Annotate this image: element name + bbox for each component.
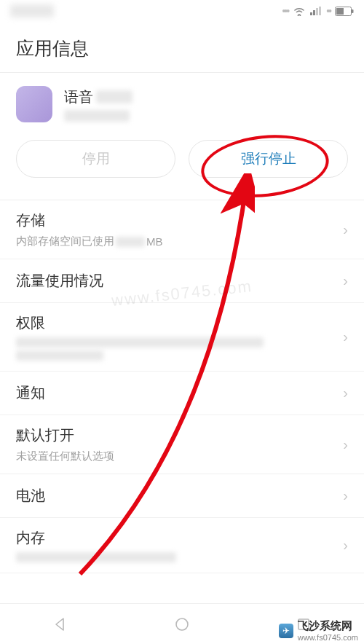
circle-home-icon	[174, 616, 190, 632]
permissions-blur1	[16, 337, 264, 347]
battery-row[interactable]: 电池 ›	[0, 474, 364, 518]
memory-subtitle	[16, 552, 176, 562]
status-dots-icon: •••	[282, 5, 288, 17]
memory-blur	[16, 552, 176, 562]
chevron-right-icon: ›	[343, 487, 348, 504]
disable-button[interactable]: 停用	[16, 140, 175, 178]
chevron-right-icon: ›	[343, 221, 348, 238]
battery-icon	[335, 7, 354, 16]
navigation-bar	[0, 603, 364, 644]
storage-title: 存储	[16, 211, 163, 230]
nav-recent-button[interactable]	[293, 614, 314, 635]
square-recent-icon	[296, 616, 312, 632]
memory-title: 内存	[16, 528, 176, 548]
storage-row[interactable]: 存储 内部存储空间已使用 MB ›	[0, 200, 364, 259]
svg-rect-0	[310, 12, 312, 15]
app-name-blur	[96, 90, 132, 103]
app-name: 语音	[64, 87, 132, 107]
storage-sub-unit: MB	[146, 235, 163, 248]
svg-rect-6	[352, 9, 354, 13]
status-time-blur	[10, 4, 54, 17]
svg-rect-3	[319, 7, 321, 15]
force-stop-button[interactable]: 强行停止	[189, 140, 348, 178]
storage-sub-prefix: 内部存储空间已使用	[16, 235, 114, 248]
svg-point-7	[176, 619, 188, 630]
chevron-right-icon: ›	[343, 537, 348, 554]
permissions-blur2	[16, 350, 103, 361]
action-buttons-row: 停用 强行停止	[0, 133, 364, 200]
notifications-row[interactable]: 通知 ›	[0, 372, 364, 415]
svg-rect-8	[298, 619, 309, 629]
signal-icon	[310, 7, 322, 15]
chevron-right-icon: ›	[343, 385, 348, 401]
battery-title: 电池	[16, 486, 45, 506]
default-open-title: 默认打开	[16, 425, 114, 445]
default-open-row[interactable]: 默认打开 未设置任何默认选项 ›	[0, 415, 364, 474]
settings-list: 存储 内部存储空间已使用 MB › 流量使用情况 › 权限 › 通知 ›	[0, 200, 364, 573]
page-header: 应用信息	[0, 22, 364, 72]
chevron-right-icon: ›	[343, 329, 348, 345]
data-usage-title: 流量使用情况	[16, 271, 103, 291]
chevron-right-icon: ›	[343, 272, 348, 289]
chevron-right-icon: ›	[343, 436, 348, 453]
svg-rect-1	[313, 10, 315, 15]
storage-size-blur	[116, 237, 145, 247]
svg-rect-2	[316, 8, 318, 15]
svg-rect-5	[336, 8, 344, 15]
page-title: 应用信息	[16, 36, 348, 60]
notifications-title: 通知	[16, 383, 45, 403]
default-open-subtitle: 未设置任何默认选项	[16, 449, 114, 463]
status-icons: ••• ••	[282, 5, 354, 17]
app-version-blur	[64, 110, 130, 122]
storage-subtitle: 内部存储空间已使用 MB	[16, 235, 163, 248]
nav-home-button[interactable]	[172, 614, 192, 635]
wifi-icon	[293, 6, 306, 16]
app-info-block: 语音	[0, 73, 364, 133]
app-name-text: 语音	[64, 87, 93, 107]
memory-row[interactable]: 内存 ›	[0, 518, 364, 573]
permissions-row[interactable]: 权限 ›	[0, 303, 364, 372]
triangle-back-icon	[52, 616, 68, 632]
app-icon	[16, 86, 52, 122]
permissions-title: 权限	[16, 313, 264, 333]
status-dots2-icon: ••	[326, 5, 331, 17]
permissions-subtitle	[16, 337, 264, 361]
nav-back-button[interactable]	[50, 614, 71, 635]
status-bar: ••• ••	[0, 0, 364, 22]
data-usage-row[interactable]: 流量使用情况 ›	[0, 259, 364, 303]
